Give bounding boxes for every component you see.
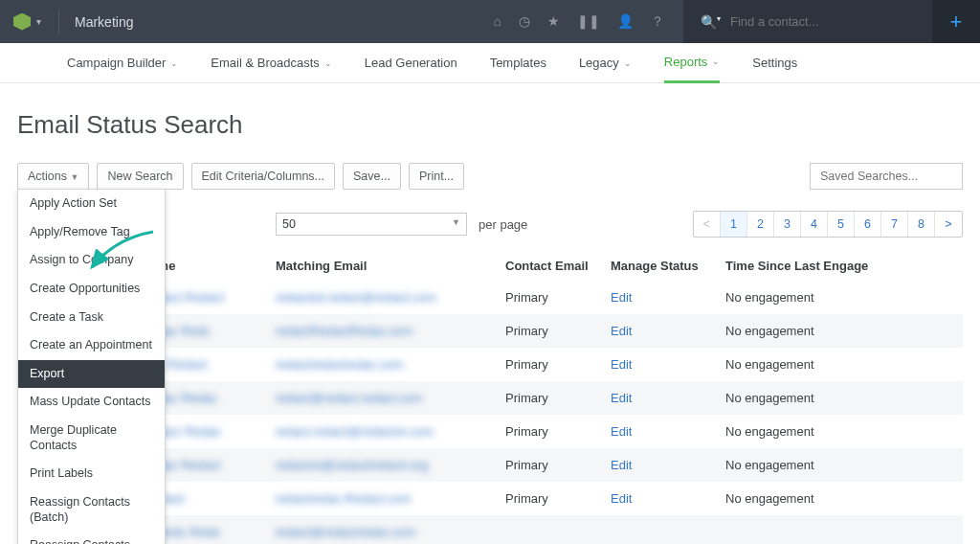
nav-legacy[interactable]: Legacy⌄ (579, 43, 632, 83)
actions-menu-item[interactable]: Reassign Contacts (18, 532, 165, 544)
new-search-button[interactable]: New Search (97, 163, 183, 190)
cell-email: redactredactredac.com. (266, 348, 496, 381)
cell-manage[interactable]: Edit (601, 281, 716, 314)
cell-email: redactredac.Redact.com (266, 482, 496, 515)
cell-email: redact@redact.redact.com (266, 381, 496, 415)
cell-time: No engagement (716, 448, 963, 482)
cell-contact: Primary (496, 448, 601, 482)
top-icon-row: ⌂ ◷ ★ ❚❚ 👤 ？ (475, 13, 683, 31)
page-3[interactable]: 3 (774, 212, 801, 237)
actions-menu-item[interactable]: Export (18, 360, 165, 389)
actions-button[interactable]: Actions ▼ (17, 163, 89, 190)
edit-criteria-button[interactable]: Edit Criteria/Columns... (191, 163, 336, 190)
cell-manage[interactable] (601, 515, 716, 544)
page-8[interactable]: 8 (908, 212, 935, 237)
save-button[interactable]: Save... (343, 163, 401, 190)
toolbar: Actions ▼ New Search Edit Criteria/Colum… (17, 163, 963, 190)
chevron-down-icon: ▼ (452, 217, 460, 231)
pagination: <12345678> (693, 211, 963, 238)
page-title: Email Status Search (17, 110, 963, 140)
actions-menu-item[interactable]: Merge Duplicate Contacts (18, 417, 165, 460)
nav-settings[interactable]: Settings (752, 43, 797, 83)
cell-manage[interactable]: Edit (601, 448, 716, 482)
actions-menu-item[interactable]: Reassign Contacts (Batch) (18, 488, 165, 532)
col-header[interactable]: Matching Email (266, 251, 496, 281)
nav-campaign-builder[interactable]: Campaign Builder⌄ (67, 43, 178, 83)
col-header[interactable]: Manage Status (601, 251, 716, 281)
cell-time: No engagement (716, 381, 963, 415)
clock-icon[interactable]: ◷ (519, 13, 530, 31)
cell-contact: Primary (496, 314, 601, 348)
chevron-down-icon: ⌄ (324, 58, 332, 68)
page-prev[interactable]: < (694, 212, 721, 237)
saved-searches[interactable] (810, 163, 963, 190)
cell-time: No engagement (716, 281, 963, 314)
star-icon[interactable]: ★ (547, 13, 560, 31)
cell-time: No engagement (716, 415, 963, 448)
nav-lead-generation[interactable]: Lead Generation (365, 43, 457, 83)
app-switcher[interactable]: ▾ (0, 13, 55, 31)
cell-manage[interactable]: Edit (601, 482, 716, 515)
actions-menu-item[interactable]: Apply Action Set (18, 190, 165, 218)
cell-email: redacted.redact@redact.com (266, 281, 496, 314)
nav-email-broadcasts[interactable]: Email & Broadcasts⌄ (211, 43, 331, 83)
person-icon[interactable]: 👤 (617, 13, 634, 31)
chevron-down-icon: ⌄ (624, 58, 632, 68)
actions-menu-item[interactable]: Create a Task (18, 304, 165, 332)
actions-menu-item[interactable]: Create an Appointment (18, 331, 165, 360)
cell-contact: Primary (496, 381, 601, 415)
add-button[interactable]: + (932, 0, 980, 43)
saved-searches-input[interactable] (810, 163, 963, 190)
cell-time: No engagement (716, 482, 963, 515)
per-page-value: 50 (282, 217, 296, 231)
app-name: Marketing (63, 14, 145, 30)
chevron-down-icon: ⌄ (170, 58, 178, 68)
cell-manage[interactable]: Edit (601, 381, 716, 415)
divider (58, 10, 59, 34)
nav-reports[interactable]: Reports⌄ (664, 43, 721, 83)
chevron-down-icon: ⌄ (712, 57, 720, 66)
cell-contact: Primary (496, 348, 601, 381)
cell-time (716, 515, 963, 544)
page-5[interactable]: 5 (828, 212, 855, 237)
page-next[interactable]: > (935, 212, 962, 237)
per-page-label: per page (479, 217, 527, 232)
apps-icon[interactable]: ❚❚ (577, 13, 600, 31)
logo-icon (13, 13, 31, 31)
actions-menu-item[interactable]: Mass Update Contacts (18, 388, 165, 417)
cell-manage[interactable]: Edit (601, 415, 716, 448)
print-button[interactable]: Print... (409, 163, 464, 190)
page-1[interactable]: 1 (721, 212, 747, 237)
cell-contact: Primary (496, 482, 601, 515)
page-body: Email Status Search Actions ▼ New Search… (0, 83, 980, 544)
topbar: ▾ Marketing ⌂ ◷ ★ ❚❚ 👤 ？ 🔍▾ + (0, 0, 980, 43)
actions-menu-item[interactable]: Create Opportunities (18, 275, 165, 304)
actions-menu: Apply Action SetApply/Remove TagAssign t… (17, 189, 166, 544)
actions-menu-item[interactable]: Apply/Remove Tag (18, 218, 165, 247)
home-icon[interactable]: ⌂ (494, 13, 501, 31)
nav-templates[interactable]: Templates (490, 43, 546, 83)
col-header[interactable]: Contact Email (496, 251, 601, 281)
navbar: Campaign Builder⌄Email & Broadcasts⌄Lead… (0, 43, 980, 83)
search-icon: 🔍▾ (701, 14, 721, 30)
actions-menu-item[interactable]: Print Labels (18, 460, 165, 488)
page-4[interactable]: 4 (801, 212, 828, 237)
cell-manage[interactable]: Edit (601, 314, 716, 348)
actions-menu-item[interactable]: Assign to Company (18, 246, 165, 275)
global-search[interactable]: 🔍▾ (683, 0, 932, 43)
search-input[interactable] (730, 14, 883, 29)
page-7[interactable]: 7 (881, 212, 908, 237)
help-icon[interactable]: ？ (651, 13, 664, 31)
cell-time: No engagement (716, 348, 963, 381)
cell-email: redactre@redactredactr.org (266, 448, 496, 482)
cell-time: No engagement (716, 314, 963, 348)
per-page-select[interactable]: 50 ▼ (276, 213, 467, 236)
cell-manage[interactable]: Edit (601, 348, 716, 381)
chevron-down-icon: ▾ (36, 16, 41, 27)
chevron-down-icon: ▼ (70, 172, 78, 182)
cell-contact (496, 515, 601, 544)
page-2[interactable]: 2 (747, 212, 774, 237)
page-6[interactable]: 6 (855, 212, 881, 237)
cell-contact: Primary (496, 281, 601, 314)
col-header[interactable]: Time Since Last Engage (716, 251, 963, 281)
